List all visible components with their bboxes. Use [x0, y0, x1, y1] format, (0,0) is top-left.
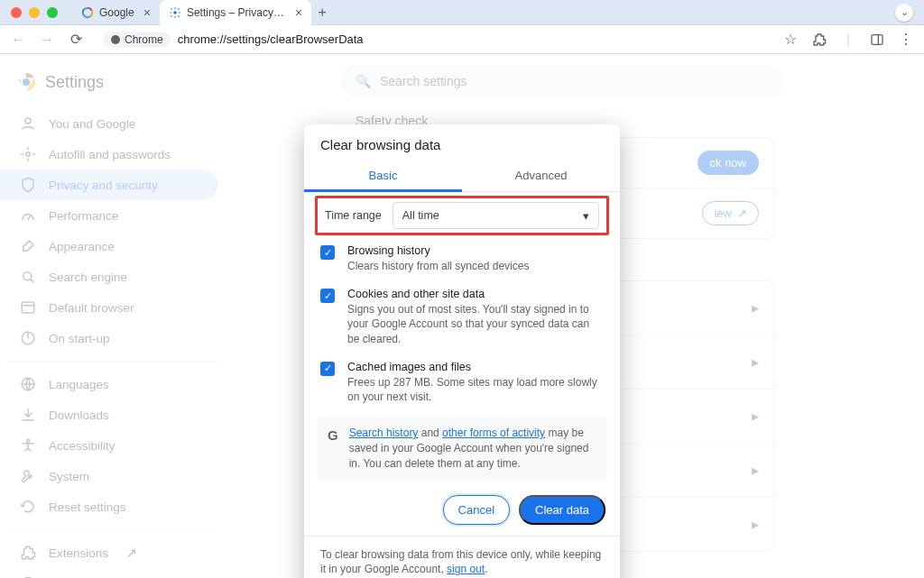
reload-button[interactable]: ⟳ — [65, 29, 87, 50]
info-text: Search history and other forms of activi… — [349, 426, 596, 471]
tab-basic[interactable]: Basic — [304, 161, 462, 192]
browser-tab-google[interactable]: Google × — [72, 0, 160, 25]
svg-rect-3 — [872, 34, 882, 44]
option-title: Browsing history — [347, 244, 529, 257]
time-range-select[interactable]: All time ▾ — [393, 202, 599, 229]
menu-icon[interactable]: ⋮ — [895, 29, 917, 50]
chevron-down-icon: ▾ — [583, 209, 589, 223]
tab-advanced[interactable]: Advanced — [462, 161, 620, 191]
site-chip-label: Chrome — [125, 33, 163, 46]
minimize-window-icon[interactable] — [29, 7, 40, 18]
tab-strip: Google × Settings – Privacy and security… — [72, 0, 913, 25]
close-tab-icon[interactable]: × — [143, 5, 151, 20]
time-range-label: Time range — [325, 209, 382, 222]
new-tab-button[interactable]: + — [311, 2, 333, 23]
address-bar[interactable]: Chrome chrome://settings/clearBrowserDat… — [94, 28, 772, 51]
chrome-icon — [110, 34, 121, 45]
clear-browsing-data-dialog: Clear browsing data Basic Advanced Time … — [304, 124, 620, 578]
google-g-icon: G — [328, 426, 338, 471]
browser-tab-settings[interactable]: Settings – Privacy and security × — [160, 0, 311, 25]
bookmark-star-icon[interactable]: ☆ — [780, 29, 801, 50]
back-button[interactable]: ← — [7, 29, 29, 50]
option-desc: Frees up 287 MB. Some sites may load mor… — [347, 375, 604, 404]
google-account-info: G Search history and other forms of acti… — [317, 417, 607, 480]
dialog-actions: Cancel Clear data — [304, 484, 620, 536]
time-range-highlight: Time range All time ▾ — [315, 196, 609, 235]
time-range-value: All time — [402, 209, 439, 222]
forward-button[interactable]: → — [36, 29, 58, 50]
search-history-link[interactable]: Search history — [349, 427, 419, 439]
extensions-icon[interactable] — [808, 29, 830, 50]
clear-option-row: ✓Cookies and other site dataSigns you ou… — [304, 280, 620, 353]
checkbox[interactable]: ✓ — [320, 362, 335, 376]
checkbox[interactable]: ✓ — [320, 245, 335, 260]
cancel-button[interactable]: Cancel — [443, 495, 510, 525]
dialog-tabs: Basic Advanced — [304, 161, 620, 192]
tab-title: Google — [99, 6, 134, 19]
tab-title: Settings – Privacy and security — [187, 6, 286, 19]
checkbox[interactable]: ✓ — [320, 289, 335, 303]
divider: | — [837, 29, 859, 50]
url-text: chrome://settings/clearBrowserData — [178, 32, 364, 46]
sidepanel-icon[interactable] — [866, 29, 888, 50]
svg-point-2 — [111, 35, 120, 44]
option-desc: Signs you out of most sites. You'll stay… — [347, 302, 604, 346]
tab-overflow-button[interactable]: ⌄ — [895, 4, 913, 22]
clear-option-row: ✓Browsing historyClears history from all… — [304, 237, 620, 280]
option-desc: Clears history from all synced devices — [347, 259, 529, 273]
close-window-icon[interactable] — [11, 7, 22, 18]
option-title: Cookies and other site data — [347, 288, 604, 300]
sign-out-link[interactable]: sign out — [447, 563, 485, 575]
svg-point-1 — [173, 11, 177, 14]
window-titlebar: Google × Settings – Privacy and security… — [0, 0, 924, 25]
site-chip: Chrome — [103, 32, 171, 48]
clear-data-button[interactable]: Clear data — [519, 495, 605, 525]
dialog-title: Clear browsing data — [304, 124, 620, 161]
google-favicon-icon — [81, 6, 94, 19]
clear-option-row: ✓Cached images and filesFrees up 287 MB.… — [304, 353, 620, 411]
dialog-footer: To clear browsing data from this device … — [304, 536, 620, 578]
gear-favicon-icon — [169, 6, 181, 19]
maximize-window-icon[interactable] — [47, 7, 58, 18]
browser-toolbar: ← → ⟳ Chrome chrome://settings/clearBrow… — [0, 25, 924, 54]
other-activity-link[interactable]: other forms of activity — [442, 427, 545, 439]
option-title: Cached images and files — [347, 361, 604, 373]
close-tab-icon[interactable]: × — [295, 5, 302, 20]
dialog-backdrop[interactable]: Clear browsing data Basic Advanced Time … — [0, 54, 924, 578]
window-controls — [11, 7, 58, 18]
